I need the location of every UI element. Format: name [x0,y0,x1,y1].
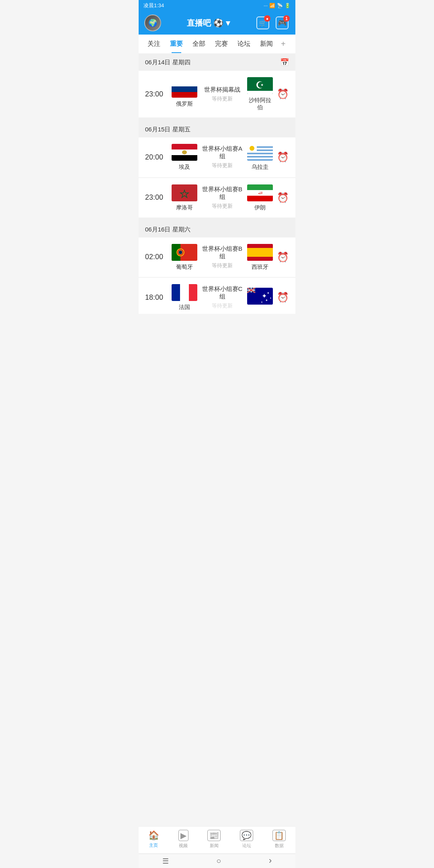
wifi-icon: 📶 [269,3,275,8]
svg-rect-8 [172,155,197,161]
alarm-icon[interactable]: ⏰ [276,252,289,263]
match-status: 等待更新 [212,262,233,269]
away-team-saudi: ☪ 沙特阿拉伯 [244,77,276,111]
match-info: 世界杯小组赛B组 等待更新 [201,245,244,269]
match-card-france-australia[interactable]: 18:00 法国 世界杯小组赛C组 等待更新 [139,278,295,314]
svg-point-29 [178,250,182,254]
alarm-icon[interactable]: ⏰ [276,88,289,100]
tab-add-button[interactable]: + [278,35,289,53]
tab-important[interactable]: 重要 [165,35,188,53]
flag-iran: الله [247,184,273,201]
svg-rect-15 [247,156,273,158]
calendar-icon[interactable]: 📅 [280,58,289,67]
match-info: 世界杯小组赛C组 等待更新 [201,285,244,309]
svg-text:☀: ☀ [250,147,254,151]
alarm-icon[interactable]: ⏰ [276,151,289,163]
svg-text:✦: ✦ [265,299,268,302]
match-card-portugal-spain[interactable]: 02:00 葡萄牙 世界杯小组赛B组 等待更新 [139,237,295,277]
match-status: 等待更新 [212,162,233,169]
battery-icon: 🔋 [285,3,291,8]
status-time: 凌晨1:34 [143,2,164,9]
match-time: 02:00 [145,253,168,261]
nav-tabs: 关注 重要 全部 完赛 论坛 新闻 + [139,35,295,54]
away-team-name: 伊朗 [254,204,266,211]
competition-name: 世界杯小组赛C组 [201,285,244,301]
shop-badge: ● [264,15,270,22]
svg-rect-5 [247,91,273,94]
app-header: 🌍 直播吧 ⚽ ▾ 🛒 ● 🎮 1 [139,11,295,35]
match-info: 世界杯揭幕战 等待更新 [201,86,244,102]
flag-portugal [172,244,197,261]
signal-dots-icon: ··· [264,3,268,8]
flag-australia: ✦ ✦ ✦ ✦ ✦ [247,288,273,305]
svg-rect-36 [189,284,197,301]
svg-rect-14 [247,153,273,154]
tab-follow[interactable]: 关注 [143,35,165,53]
match-info: 世界杯小组赛B组 等待更新 [201,186,244,210]
svg-rect-35 [172,284,180,301]
svg-rect-2 [172,92,197,98]
dropdown-icon[interactable]: ▾ [226,18,230,28]
svg-rect-16 [247,159,273,161]
match-card-morocco-iran[interactable]: 23:00 摩洛哥 世界杯小组赛B组 等待更新 [139,178,295,217]
match-info: 世界杯小组赛A组 等待更新 [201,145,244,169]
home-team-name: 摩洛哥 [176,204,193,211]
date-label-june15: 06月15日 星期五 [145,126,190,133]
svg-rect-32 [247,244,273,246]
game-button[interactable]: 🎮 1 [274,15,290,31]
avatar-image: 🌍 [148,18,157,27]
competition-name: 世界杯揭幕战 [204,86,240,94]
tab-forum[interactable]: 论坛 [233,35,255,53]
match-time: 18:00 [145,293,168,302]
divider [139,118,295,122]
date-header-june14: 06月14日 星期四 📅 [139,54,295,71]
match-status: 等待更新 [212,302,233,309]
competition-name: 世界杯小组赛A组 [201,145,244,160]
flag-spain [247,244,273,261]
alarm-icon[interactable]: ⏰ [276,292,289,303]
status-icons: ··· 📶 📡 🔋 [264,3,291,8]
svg-text:☪: ☪ [256,80,264,90]
svg-text:✦: ✦ [270,297,272,299]
status-bar: 凌晨1:34 ··· 📶 📡 🔋 [139,0,295,11]
svg-text:الله: الله [258,191,262,195]
shop-button[interactable]: 🛒 ● [255,15,270,31]
date-label-june16: 06月16日 星期六 [145,226,190,233]
tab-finished[interactable]: 完赛 [210,35,233,53]
competition-name: 世界杯小组赛B组 [201,186,244,201]
app-title: 直播吧 ⚽ ▾ [187,18,230,29]
soccer-ball-icon: ⚽ [213,18,223,28]
svg-rect-31 [247,248,273,257]
match-time: 23:00 [145,90,168,98]
user-avatar[interactable]: 🌍 [144,14,161,31]
home-team-name: 葡萄牙 [176,263,193,270]
cellular-icon: 📡 [277,3,283,8]
match-card-egypt-uruguay[interactable]: 20:00 埃及 世界杯小组赛A组 等待更新 [139,137,295,177]
away-team-name: 乌拉圭 [252,163,268,170]
home-team-name: 埃及 [179,163,190,170]
tab-news[interactable]: 新闻 [255,35,278,53]
svg-rect-24 [247,196,273,201]
home-team-portugal: 葡萄牙 [168,244,201,270]
alarm-icon[interactable]: ⏰ [276,192,289,203]
app-title-text: 直播吧 [187,18,211,29]
match-card-russia-saudi[interactable]: 23:00 俄罗斯 世界杯揭幕战 等待更新 [139,71,295,117]
away-team-australia: ✦ ✦ ✦ ✦ ✦ [244,288,276,307]
date-header-june16: 06月16日 星期六 [139,222,295,237]
date-label-june14: 06月14日 星期四 [145,59,190,66]
home-team-russia: 俄罗斯 [168,81,201,107]
svg-rect-22 [247,184,273,190]
home-team-name: 法国 [179,303,190,311]
flag-france [172,284,197,301]
tab-all[interactable]: 全部 [188,35,210,53]
date-header-june15: 06月15日 星期五 [139,122,295,137]
svg-rect-20 [172,184,197,201]
svg-text:✦: ✦ [261,301,263,303]
match-time: 23:00 [145,193,168,202]
flag-morocco [172,184,197,201]
svg-point-9 [182,150,187,154]
main-content: 06月14日 星期四 📅 23:00 俄罗斯 世界杯揭幕战 等待更新 [139,54,295,346]
away-team-spain: 西班牙 [244,244,276,270]
match-time: 20:00 [145,153,168,162]
divider [139,218,295,222]
